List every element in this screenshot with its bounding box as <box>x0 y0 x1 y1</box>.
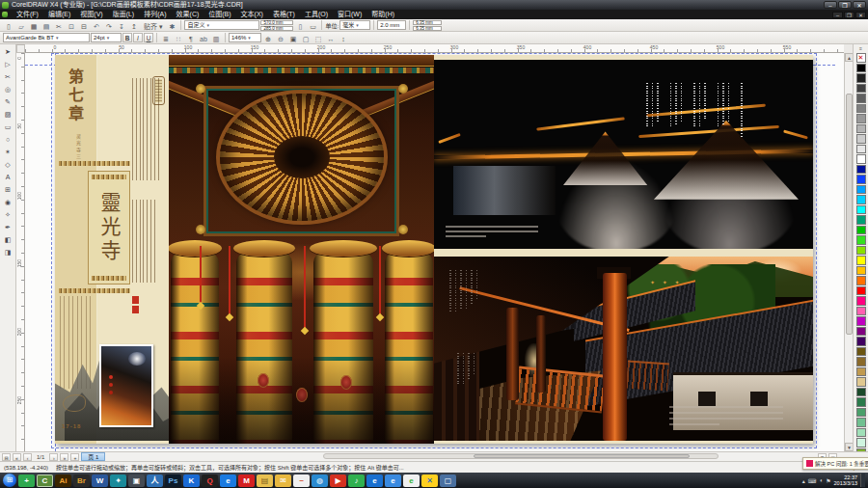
color-swatch[interactable] <box>856 84 866 94</box>
taskbar-item[interactable]: M <box>238 474 255 487</box>
window-control-button[interactable]: – <box>824 1 837 9</box>
zoom-level-select[interactable]: 146%▾ <box>229 33 261 42</box>
taskbar-item[interactable]: + <box>18 474 35 487</box>
taskbar-item[interactable]: ♪ <box>348 474 365 487</box>
toolbox-tool[interactable]: ✶ <box>2 146 14 157</box>
ruler-origin-box[interactable] <box>16 44 25 53</box>
color-swatch[interactable] <box>856 114 866 123</box>
taskbar-item[interactable]: ✉ <box>275 474 291 487</box>
taskbar-item[interactable]: Ai <box>55 474 71 487</box>
last-page-button[interactable]: » <box>60 453 68 461</box>
color-swatch[interactable] <box>856 296 866 306</box>
right-page[interactable]: ✦ ✦ ✦ <box>434 55 813 444</box>
color-swatch[interactable] <box>856 215 866 225</box>
toolbar-icon[interactable]: ↥ <box>128 20 140 31</box>
toolbox-tool[interactable]: ▨ <box>2 108 14 120</box>
horizontal-scroll-thumb[interactable] <box>474 454 690 458</box>
toolbox-tool[interactable]: ◇ <box>2 158 14 170</box>
landscape-button[interactable]: ▭ <box>307 20 318 31</box>
taskbar-item[interactable]: e <box>385 474 401 487</box>
navigator-button[interactable]: ⊟ <box>2 453 11 461</box>
temple-roofs-night-photo[interactable] <box>434 60 813 249</box>
color-swatch[interactable] <box>856 347 866 357</box>
zoom-toolbar-icon[interactable]: ⊖ <box>275 33 286 43</box>
document-window-control[interactable]: ❐ <box>844 12 854 18</box>
color-swatch[interactable] <box>856 418 866 427</box>
toolbar-icon[interactable]: ⊡ <box>66 20 77 31</box>
menu-item[interactable]: 效果(C) <box>172 10 204 19</box>
taskbar-item[interactable]: ▶ <box>330 474 346 487</box>
menu-item[interactable]: 版面(L) <box>108 10 140 19</box>
menu-item[interactable]: 文本(X) <box>236 10 268 19</box>
taskbar-item[interactable]: Br <box>73 474 90 487</box>
taskbar-item[interactable]: e <box>220 474 236 487</box>
no-fill-swatch[interactable]: ✕ <box>856 53 866 63</box>
color-swatch[interactable] <box>856 175 866 184</box>
prev-page-button[interactable]: ‹ <box>23 453 32 461</box>
window-control-button[interactable]: ✕ <box>853 1 866 9</box>
horizontal-ruler[interactable]: 050100150200250300350400450500550 <box>25 44 844 53</box>
color-swatch[interactable] <box>856 438 866 447</box>
toolbox-tool[interactable]: ⊞ <box>2 183 14 195</box>
toolbox-tool[interactable]: ✧ <box>2 208 14 220</box>
toolbox-tool[interactable]: ▭ <box>2 121 14 132</box>
zoom-toolbar-icon[interactable]: ⊕ <box>262 33 274 43</box>
color-swatch[interactable] <box>856 235 866 245</box>
toolbar-icon[interactable]: ⊟ <box>78 20 90 31</box>
font-size-select[interactable]: 24pt▾ <box>91 33 122 42</box>
window-control-button[interactable]: ❐ <box>838 1 852 9</box>
paper-preset-select[interactable]: 自定义▾ <box>184 20 259 30</box>
taskbar-item[interactable]: Ps <box>165 474 181 487</box>
color-swatch[interactable] <box>856 246 866 256</box>
text-toolbar-icon[interactable]: ≣ <box>160 33 172 43</box>
color-swatch[interactable] <box>856 226 866 235</box>
document-window-control[interactable]: ✕ <box>855 12 866 18</box>
toolbox-tool[interactable]: ◨ <box>2 246 14 258</box>
toolbox-tool[interactable]: ▷ <box>2 58 14 69</box>
calligraphy-box[interactable]: 靈光寺 <box>88 171 130 285</box>
toolbar-icon[interactable]: ✂ <box>53 20 65 31</box>
menu-item[interactable]: 工具(O) <box>300 10 333 19</box>
options-button[interactable]: ✱ <box>166 20 177 31</box>
color-swatch[interactable] <box>856 165 866 175</box>
menu-item[interactable]: 视图(V) <box>75 10 107 19</box>
text-toolbar-icon[interactable]: ¶ <box>185 33 197 43</box>
action-center-notification[interactable]: 解决 PC 问题: 1 条重要消息 <box>802 457 868 470</box>
color-swatch[interactable] <box>856 73 866 83</box>
paper-width-field[interactable]: 570.0 mm <box>260 20 293 25</box>
color-swatch[interactable] <box>856 428 866 438</box>
left-page[interactable]: 第七章 灵光寺三绝 靈光寺 17-18 <box>55 55 434 444</box>
temple-corridor-photo[interactable]: ✦ ✦ ✦ <box>434 257 813 441</box>
title-bar[interactable]: CorelDRAW X4 (专业版) - [G:\CDR画册模板素材\CDR画册… <box>0 0 868 10</box>
menu-item[interactable]: 帮助(H) <box>366 10 399 19</box>
duplicate-x-field[interactable]: 6.35 mm <box>413 20 442 25</box>
zoom-toolbar-icon[interactable]: ▣ <box>287 33 299 43</box>
toolbar-icon[interactable]: ▤ <box>41 20 52 31</box>
article-text-block[interactable] <box>132 78 159 180</box>
color-swatch[interactable] <box>856 408 866 418</box>
taskbar-item[interactable]: 人 <box>147 474 163 487</box>
menu-item[interactable]: 表格(T) <box>268 10 300 19</box>
color-swatch[interactable] <box>856 266 866 276</box>
toolbox-tool[interactable]: ◉ <box>2 196 14 207</box>
text-toolbar-icon[interactable]: ▥ <box>210 33 222 43</box>
taskbar-item[interactable]: C <box>37 474 53 487</box>
temple-interior-inset-photo[interactable] <box>99 344 153 427</box>
start-button[interactable]: ⊞ <box>3 474 16 487</box>
color-swatch[interactable] <box>856 154 866 164</box>
snap-dropdown[interactable]: 贴齐 ▾ <box>141 20 165 31</box>
toolbox-tool[interactable]: ◎ <box>2 83 14 95</box>
zoom-toolbar-icon[interactable]: ↔ <box>325 33 337 43</box>
add-page-button[interactable]: + <box>70 453 79 461</box>
taskbar-item[interactable]: ✦ <box>110 474 126 487</box>
color-swatch[interactable] <box>856 316 866 326</box>
tray-icon[interactable]: ◖ <box>820 477 824 484</box>
zoom-toolbar-icon[interactable]: ⬚ <box>312 33 324 43</box>
color-swatch[interactable] <box>856 195 866 204</box>
nudge-field[interactable]: 2.0 mm <box>377 20 406 30</box>
font-select[interactable]: AvantGarde Bk BT▾ <box>3 33 90 42</box>
vertical-ruler[interactable]: 050100150200250 <box>16 53 25 451</box>
temple-ceiling-photo[interactable] <box>169 55 434 444</box>
vertical-scroll-thumb[interactable] <box>846 94 853 335</box>
toolbar-icon[interactable]: ↶ <box>91 20 102 31</box>
